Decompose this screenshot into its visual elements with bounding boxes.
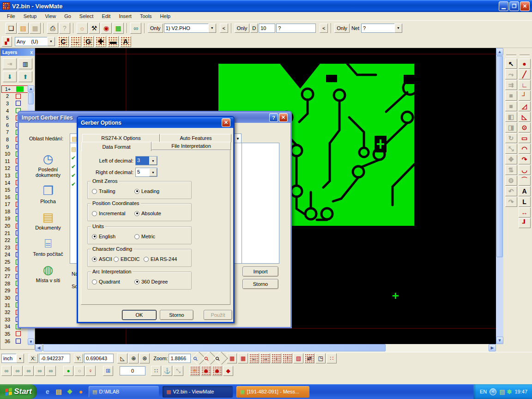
- pan-left-icon[interactable]: ←: [249, 353, 259, 363]
- horizontal-scrollbar[interactable]: ◀ ▶: [35, 344, 496, 352]
- anchor-icon[interactable]: ⚓: [162, 366, 172, 376]
- draw-pad-button[interactable]: ●: [519, 59, 531, 69]
- place-desktop[interactable]: ❐Plocha: [27, 184, 69, 204]
- language-indicator[interactable]: EN: [480, 389, 487, 394]
- only-layer-button[interactable]: Only: [148, 24, 163, 33]
- preview-pane[interactable]: [242, 143, 279, 264]
- dcode-mode-icon[interactable]: ◉: [101, 23, 112, 34]
- chevron-down-icon[interactable]: ▼: [208, 24, 216, 33]
- unit-combo[interactable]: inch ▼: [1, 354, 24, 363]
- book-launcher-icon[interactable]: ❖: [66, 387, 74, 396]
- radio-option[interactable]: English: [92, 234, 115, 239]
- help-icon[interactable]: ?: [269, 113, 278, 122]
- zoom-field[interactable]: 1.8866: [169, 354, 191, 363]
- probe-icon[interactable]: ♀: [85, 366, 96, 376]
- draw-arc3-button[interactable]: ⌒: [519, 175, 531, 186]
- radio-option[interactable]: Metric: [134, 234, 155, 239]
- layer-color-swatch[interactable]: [16, 86, 24, 92]
- aperture-gcode-button[interactable]: G: [83, 36, 94, 47]
- view-pads-icon[interactable]: ∞: [24, 366, 34, 376]
- menu-tools[interactable]: Tools: [136, 12, 156, 20]
- vertical-scroll-thumb[interactable]: [496, 56, 503, 257]
- flash-mode-icon[interactable]: ☼: [77, 23, 88, 34]
- grid-value-field[interactable]: 0: [120, 366, 145, 375]
- layer-colors-icon[interactable]: ▩: [113, 23, 124, 34]
- chevron-down-icon[interactable]: ▼: [149, 168, 157, 176]
- draw-polyline-button[interactable]: ∟: [519, 80, 531, 90]
- tray-collapse-icon[interactable]: <: [490, 388, 496, 395]
- radio-option[interactable]: Absolute: [134, 211, 161, 216]
- zoom-window-icon[interactable]: ⚲: [214, 351, 228, 365]
- save-icon[interactable]: ▦: [30, 23, 41, 34]
- radio-option[interactable]: ASCII: [92, 256, 112, 262]
- tab-data-format[interactable]: Data Format: [81, 142, 151, 151]
- layer-combo[interactable]: 1) V2.PHO ▼: [164, 24, 216, 33]
- aperture-draw-button[interactable]: →: [70, 36, 81, 47]
- draw-rectangle-button[interactable]: ▭: [519, 133, 531, 143]
- dcode-input[interactable]: 10: [259, 24, 275, 33]
- layer-color-swatch[interactable]: [16, 339, 21, 344]
- tab-file-interpretation[interactable]: File Interpretation: [151, 142, 231, 150]
- flash-black-icon[interactable]: ◆: [223, 366, 233, 376]
- radio-incremental[interactable]: [92, 211, 97, 216]
- dcode-label-button[interactable]: D: [250, 24, 258, 33]
- task-mlab[interactable]: ▤D:\MLAB: [89, 386, 159, 398]
- layer-back-button[interactable]: <: [220, 24, 228, 33]
- menu-select[interactable]: Select: [75, 12, 98, 20]
- relative-origin-icon[interactable]: ⊛: [139, 353, 150, 363]
- flash-yellow-icon[interactable]: ✶: [190, 366, 200, 376]
- task-messenger[interactable]: ▦[191-482-091] - Mess...: [236, 386, 309, 398]
- left-of-decimal-combo[interactable]: 3 ▼: [135, 156, 157, 165]
- mirror-horizontal-button[interactable]: ◧: [505, 112, 517, 122]
- layer-down-button[interactable]: ⬇: [3, 71, 17, 82]
- place-network[interactable]: ◍Místa v síti: [27, 263, 69, 283]
- view-highlight-icon[interactable]: ∞: [46, 366, 56, 376]
- layer-color-swatch[interactable]: [16, 101, 21, 106]
- radio-english[interactable]: [92, 234, 97, 239]
- layer-color-swatch[interactable]: [16, 331, 21, 336]
- only-dcode-button[interactable]: Only: [235, 24, 250, 33]
- radio-option[interactable]: 360 Degree: [134, 279, 168, 284]
- layers-panel-title[interactable]: Layers x: [0, 48, 35, 56]
- gerber-dialog-titlebar[interactable]: Gerber Options ✕: [78, 117, 233, 128]
- vertical-scrollbar[interactable]: ▲ ▼: [496, 48, 503, 344]
- tools-mode-icon[interactable]: ⚒: [89, 23, 100, 34]
- layer-color-swatch[interactable]: [16, 94, 21, 99]
- scroll-right-icon[interactable]: ▶: [489, 344, 496, 351]
- flash-dark-icon[interactable]: ◆: [212, 366, 222, 376]
- flash-red-icon[interactable]: ◆: [201, 366, 211, 376]
- aperture-flash-button[interactable]: ✚: [95, 36, 106, 47]
- select-window-icon[interactable]: ◳: [315, 353, 326, 363]
- layer-row[interactable]: 3: [1, 100, 28, 107]
- task-viewmate[interactable]: ▩V2.bin - ViewMate: [163, 386, 233, 398]
- radio-quadrant[interactable]: [92, 279, 97, 284]
- grid-table-slot[interactable]: ⊞: [103, 366, 113, 376]
- view-save-icon[interactable]: ▧: [293, 353, 303, 363]
- chevron-down-icon[interactable]: ▼: [47, 37, 55, 46]
- context-help-icon[interactable]: ?: [59, 23, 70, 34]
- layer-stack-button[interactable]: ▥: [18, 58, 32, 69]
- menu-go[interactable]: Go: [60, 12, 75, 20]
- draw-dimension-button[interactable]: ↔: [519, 207, 531, 218]
- layers-close-icon[interactable]: x: [30, 50, 33, 55]
- layer-row[interactable]: 2: [1, 93, 28, 100]
- import-cancel-button[interactable]: Storno: [242, 279, 278, 289]
- tray-messenger-icon[interactable]: ✽: [507, 388, 512, 395]
- menu-help[interactable]: Help: [156, 12, 175, 20]
- radio-option[interactable]: EIA RS-244: [144, 256, 177, 262]
- radio-option[interactable]: Quadrant: [92, 279, 120, 284]
- print-icon[interactable]: ⎙: [47, 23, 58, 34]
- step-repeat-button[interactable]: ⇅: [505, 165, 517, 175]
- layer-row[interactable]: 36: [1, 338, 28, 345]
- radio-option[interactable]: Incremental: [92, 211, 125, 216]
- firefox-launcher-icon[interactable]: ●: [77, 387, 85, 396]
- horizontal-scroll-thumb[interactable]: [43, 344, 386, 351]
- select-points-icon[interactable]: ∷: [326, 353, 337, 363]
- draw-circle-button[interactable]: ⊙: [519, 122, 531, 133]
- aperture-selector[interactable]: Any (U) ▼: [15, 37, 55, 46]
- import-button[interactable]: Import: [242, 266, 278, 277]
- y-coordinate-field[interactable]: 0.690643: [84, 354, 114, 363]
- draw-label-button[interactable]: L: [519, 197, 531, 207]
- aperture-text-button[interactable]: A: [120, 36, 131, 47]
- tray-clipboard-icon[interactable]: ▤: [499, 388, 505, 395]
